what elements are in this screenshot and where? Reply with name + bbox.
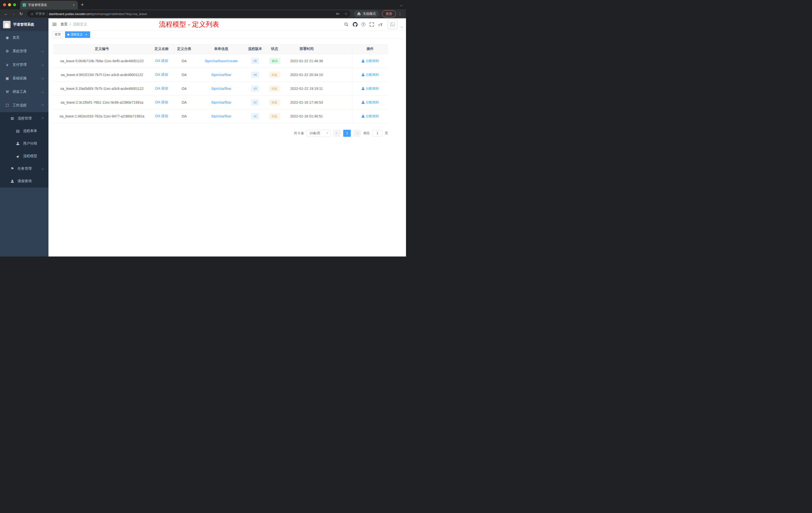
assign-rule-button[interactable]: 分配规则 xyxy=(361,86,379,91)
sidebar-item-label: 用户分组 xyxy=(23,141,37,146)
breadcrumb-separator: / xyxy=(70,22,71,26)
main-area: 首页 / 流程定义 流程模型 - 定义列表 ? TT xyxy=(49,18,406,256)
font-size-icon[interactable]: TT xyxy=(378,22,383,27)
assign-rule-button[interactable]: 分配规则 xyxy=(361,114,379,118)
col-header-status: 状态 xyxy=(264,44,285,54)
window-zoom-button[interactable] xyxy=(13,3,16,6)
browser-menu-button[interactable]: ⋮ xyxy=(397,11,404,16)
page-number-button[interactable]: 1 xyxy=(343,130,351,137)
form-link[interactable]: /bpm/oa/flow xyxy=(211,100,231,104)
back-button[interactable]: ← xyxy=(2,10,9,17)
bookmark-star-icon[interactable]: ☆ xyxy=(343,10,349,17)
sidebar-item-label: 流程管理 xyxy=(18,116,32,121)
sidebar-item-home[interactable]: ◉ 首页 xyxy=(0,31,49,44)
browser-tab[interactable]: 芋道管理系统 × xyxy=(20,1,78,9)
tab-close-icon[interactable]: × xyxy=(72,3,75,7)
fullscreen-icon[interactable] xyxy=(369,22,374,27)
col-header-deploy-time: 部署时间 xyxy=(285,44,328,54)
address-bar[interactable]: ⚠ 不安全 dashboard.yudao.iocoder.cn/bpm/man… xyxy=(27,10,350,17)
help-icon[interactable]: ? xyxy=(361,22,365,26)
window-close-button[interactable] xyxy=(3,3,6,6)
search-icon[interactable] xyxy=(344,22,349,27)
filler-cell xyxy=(328,82,352,95)
definition-category: OA xyxy=(181,59,186,63)
person-icon xyxy=(10,180,14,183)
forward-button[interactable]: → xyxy=(10,10,17,17)
sidebar-item-leave-query[interactable]: 请假查询 xyxy=(0,175,49,187)
chrome-update-button[interactable]: 更新 xyxy=(382,10,396,17)
image-icon xyxy=(390,22,395,27)
select-caret-icon xyxy=(326,132,328,134)
assign-rule-button[interactable]: 分配规则 xyxy=(361,72,379,77)
prev-page-button[interactable] xyxy=(333,130,341,137)
filler-cell xyxy=(328,95,352,109)
hamburger-icon xyxy=(53,24,57,25)
table-header-row: 定义编号 定义名称 定义分类 表单信息 流程版本 状态 部署时间 操作 xyxy=(53,44,388,54)
definition-id: oa_leave:4:991f2193-7b7f-11ec-a3c8-acde4… xyxy=(61,73,143,77)
sidebar-item-label: 流程模型 xyxy=(23,154,37,158)
table-row: oa_leave:1:482ec033-762a-11ec-8477-a2380… xyxy=(53,109,388,123)
chevron-left-icon xyxy=(336,132,338,134)
sidebar-item-process-model[interactable]: ▶ 流程模型 xyxy=(0,150,49,162)
version-tag: v1 xyxy=(251,113,259,119)
new-tab-button[interactable]: + xyxy=(81,2,84,7)
form-link[interactable]: /bpm/oa/flow xyxy=(211,114,231,118)
table-row: oa_leave:5:004b710b-7b8a-11ec-8ef0-acde4… xyxy=(53,54,388,68)
user-avatar[interactable] xyxy=(388,20,397,29)
avatar-dropdown-caret[interactable] xyxy=(401,26,403,28)
definition-name-link[interactable]: OA 请假 xyxy=(155,100,168,104)
status-tag: 挂起 xyxy=(269,99,280,105)
tab-search-button[interactable] xyxy=(401,2,402,7)
app-title: 芋道管理系统 xyxy=(13,22,34,27)
form-link[interactable]: /bpm/oa/flow xyxy=(211,87,231,91)
sidebar-item-workflow[interactable]: ☐ 工作流程 xyxy=(0,99,49,112)
chevron-up-icon xyxy=(42,117,44,119)
next-page-button[interactable] xyxy=(353,130,361,137)
page-size-select[interactable]: 10条/页 xyxy=(307,130,331,137)
breadcrumb-home[interactable]: 首页 xyxy=(60,22,67,27)
window-minimize-button[interactable] xyxy=(8,3,11,6)
definition-category: OA xyxy=(181,73,186,77)
user-icon xyxy=(361,101,365,104)
app-logo: 芋道管理系统 xyxy=(0,18,49,31)
sidebar-item-devtools[interactable]: ⚒ 研发工具 xyxy=(0,85,49,99)
assign-rule-button[interactable]: 分配规则 xyxy=(361,100,379,105)
sidebar-item-payment[interactable]: ¥ 支付管理 xyxy=(0,58,49,71)
definition-name-link[interactable]: OA 请假 xyxy=(155,72,168,77)
definition-name-link[interactable]: OA 请假 xyxy=(155,86,168,90)
tag-close-icon[interactable]: × xyxy=(84,33,88,36)
divider xyxy=(47,12,47,16)
status-tag: 挂起 xyxy=(269,72,280,78)
sidebar-item-label: 工作流程 xyxy=(12,103,27,108)
status-tag: 挂起 xyxy=(269,113,280,119)
reload-button[interactable]: ↻ xyxy=(18,10,25,17)
password-key-icon[interactable] xyxy=(335,10,341,17)
yen-icon: ¥ xyxy=(5,63,9,67)
sidebar-item-process-form[interactable]: ▤ 流程表单 xyxy=(0,125,49,137)
tag-home[interactable]: 首页 xyxy=(53,31,63,38)
user-icon xyxy=(361,73,365,76)
sidebar-item-process-management[interactable]: 流程管理 xyxy=(0,112,49,125)
not-secure-label: 不安全 xyxy=(35,11,45,16)
sidebar-toggle-button[interactable] xyxy=(49,18,60,30)
window-controls xyxy=(0,3,20,6)
github-icon[interactable] xyxy=(352,22,357,27)
goto-page-input[interactable] xyxy=(372,130,382,137)
sidebar-item-system[interactable]: ⚙ 系统管理 xyxy=(0,44,49,58)
deploy-time: 2022-01-16 01:40:51 xyxy=(290,114,323,118)
sidebar-item-infrastructure[interactable]: ▣ 基础设施 xyxy=(0,71,49,85)
form-link[interactable]: /bpm/oa/flow xyxy=(211,73,231,77)
sidebar-item-task-management[interactable]: ⚑ 任务管理 xyxy=(0,162,49,175)
goto-unit: 页 xyxy=(385,131,388,135)
screen: 芋道管理系统 × + ← → ↻ ⚠ 不安全 dashboard.yudao.i… xyxy=(0,0,406,256)
sidebar-item-label: 支付管理 xyxy=(12,62,27,67)
app-shell: 芋道管理系统 ◉ 首页 ⚙ 系统管理 ¥ 支付管理 ▣ xyxy=(0,18,406,256)
form-link[interactable]: /bpm/oa/leave/create xyxy=(205,59,238,63)
definition-name-link[interactable]: OA 请假 xyxy=(155,59,168,63)
assign-rule-button[interactable]: 分配规则 xyxy=(361,59,379,63)
sidebar-item-user-group[interactable]: 用户分组 xyxy=(0,137,49,150)
sidebar-item-label: 系统管理 xyxy=(12,49,27,54)
tag-process-definition[interactable]: 流程定义 × xyxy=(65,31,90,38)
definition-name-link[interactable]: OA 请假 xyxy=(155,114,168,118)
users-icon xyxy=(16,142,20,145)
